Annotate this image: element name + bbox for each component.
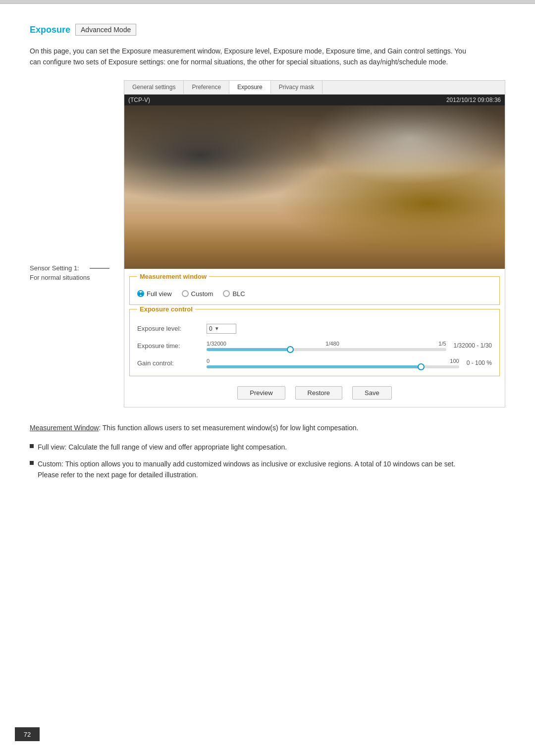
svg-point-11	[247, 230, 394, 268]
camera-label: (TCP-V)	[128, 97, 150, 103]
radio-full-view-circle	[137, 290, 144, 297]
svg-rect-4	[214, 120, 257, 181]
select-arrow-icon: ▼	[214, 326, 219, 331]
radio-full-view[interactable]: Full view	[137, 290, 172, 298]
preview-button[interactable]: Preview	[237, 386, 285, 400]
radio-full-view-label: Full view	[147, 290, 172, 298]
gain-track[interactable]	[207, 365, 459, 368]
tab-privacy-mask[interactable]: Privacy mask	[271, 81, 322, 94]
camera-view-header: (TCP-V) 2012/10/12 09:08:36	[124, 95, 505, 105]
radio-blc-label: BLC	[232, 290, 245, 298]
svg-marker-1	[124, 105, 505, 147]
exposure-time-slider-row: 1/32000 1/480 1/5 1/32000 - 1/30	[207, 341, 492, 351]
exposure-time-label: Exposure time:	[137, 342, 207, 350]
bullet-custom: Custom: This option allows you to manual…	[30, 458, 476, 481]
radio-blc-circle	[223, 290, 230, 297]
exposure-control-title: Exposure control	[137, 305, 195, 313]
measurement-window-link: Measurement Window	[30, 424, 99, 432]
svg-rect-15	[309, 244, 333, 250]
measurement-window-section: Measurement window Full view Custom	[129, 276, 500, 305]
measurement-window-desc: : This function allows users to set meas…	[99, 424, 358, 432]
tab-bar: General settings Preference Exposure Pri…	[124, 81, 505, 95]
bullet-custom-text: Custom: This option allows you to manual…	[38, 458, 476, 481]
radio-custom-label: Custom	[191, 290, 214, 298]
description-paragraph: Measurement Window: This function allows…	[30, 422, 476, 434]
restore-button[interactable]: Restore	[295, 386, 343, 400]
exposure-time-thumb[interactable]	[287, 346, 294, 353]
exposure-level-row: Exposure level: 0 ▼	[137, 324, 492, 334]
measurement-window-options: Full view Custom BLC	[137, 290, 492, 298]
svg-rect-5	[225, 193, 280, 242]
mode-box: Advanced Mode	[75, 24, 136, 36]
exposure-title: Exposure	[30, 25, 70, 35]
exposure-time-row: Exposure time: 1/32000 1/480 1/5	[137, 341, 492, 351]
radio-custom[interactable]: Custom	[182, 290, 214, 298]
tab-exposure[interactable]: Exposure	[229, 81, 271, 94]
svg-rect-9	[465, 105, 501, 166]
gain-control-slider-row: 0 100 0 - 100 %	[207, 358, 492, 368]
camera-ui: General settings Preference Exposure Pri…	[124, 80, 505, 407]
svg-rect-8	[431, 105, 462, 166]
radio-blc[interactable]: BLC	[223, 290, 245, 298]
camera-timestamp: 2012/10/12 09:08:36	[446, 97, 501, 103]
sensor-line1: Sensor Setting 1:	[30, 263, 90, 273]
gain-control-label: Gain control:	[137, 359, 207, 367]
exposure-level-value: 0	[209, 325, 213, 332]
svg-rect-13	[358, 218, 407, 261]
exposure-level-label: Exposure level:	[137, 325, 207, 332]
svg-point-14	[376, 218, 437, 267]
exposure-time-range: 1/32000 - 1/30	[454, 342, 492, 349]
svg-rect-6	[219, 190, 287, 200]
gain-fill	[207, 365, 421, 368]
camera-image	[124, 105, 505, 269]
description-section: Measurement Window: This function allows…	[30, 422, 505, 481]
measurement-window-title: Measurement window	[137, 273, 209, 280]
gain-control-row: Gain control: 0 100 0 - 1	[137, 358, 492, 368]
buttons-row: Preview Restore Save	[124, 381, 505, 407]
gain-min: 0	[207, 358, 210, 364]
tab-general-settings[interactable]: General settings	[124, 81, 184, 94]
save-button[interactable]: Save	[352, 386, 392, 400]
intro-text: On this page, you can set the Exposure m…	[30, 46, 476, 68]
bullet-icon-2	[30, 461, 34, 465]
bullet-full-view: Full view: Calculate the full range of v…	[30, 442, 476, 453]
exposure-time-max: 1/5	[438, 341, 446, 347]
exposure-level-input: 0 ▼	[207, 324, 492, 334]
top-bar	[0, 0, 535, 4]
exposure-time-slider-container: 1/32000 1/480 1/5	[207, 341, 446, 351]
exposure-time-min: 1/32000	[207, 341, 226, 347]
gain-thumb[interactable]	[418, 363, 425, 370]
exposure-level-select[interactable]: 0 ▼	[207, 324, 236, 334]
page-number: 72	[15, 727, 40, 741]
bullet-full-view-text: Full view: Calculate the full range of v…	[38, 442, 287, 453]
svg-rect-7	[419, 105, 505, 269]
svg-rect-0	[124, 105, 505, 269]
gain-control-slider-container: 0 100	[207, 358, 459, 368]
tab-preference[interactable]: Preference	[184, 81, 229, 94]
exposure-time-labels: 1/32000 1/480 1/5	[207, 341, 446, 347]
exposure-time-mid: 1/480	[325, 341, 339, 347]
exposure-control-section: Exposure control Exposure level: 0 ▼ Exp…	[129, 309, 500, 376]
svg-marker-10	[124, 208, 505, 269]
gain-max: 100	[450, 358, 459, 364]
exposure-time-fill	[207, 348, 290, 351]
exposure-time-track[interactable]	[207, 348, 446, 351]
sensor-label-container: Sensor Setting 1: For normal situations	[30, 80, 124, 407]
sensor-line2: For normal situations	[30, 273, 90, 283]
main-panel: Sensor Setting 1: For normal situations …	[30, 80, 505, 407]
sensor-label: Sensor Setting 1: For normal situations	[30, 263, 90, 283]
radio-custom-circle	[182, 290, 189, 297]
svg-rect-12	[278, 227, 352, 263]
svg-rect-2	[124, 105, 198, 269]
gain-range: 0 - 100 %	[467, 359, 492, 366]
bullet-icon-1	[30, 444, 34, 448]
svg-rect-3	[198, 110, 321, 264]
page-header: Exposure Advanced Mode	[30, 24, 505, 36]
